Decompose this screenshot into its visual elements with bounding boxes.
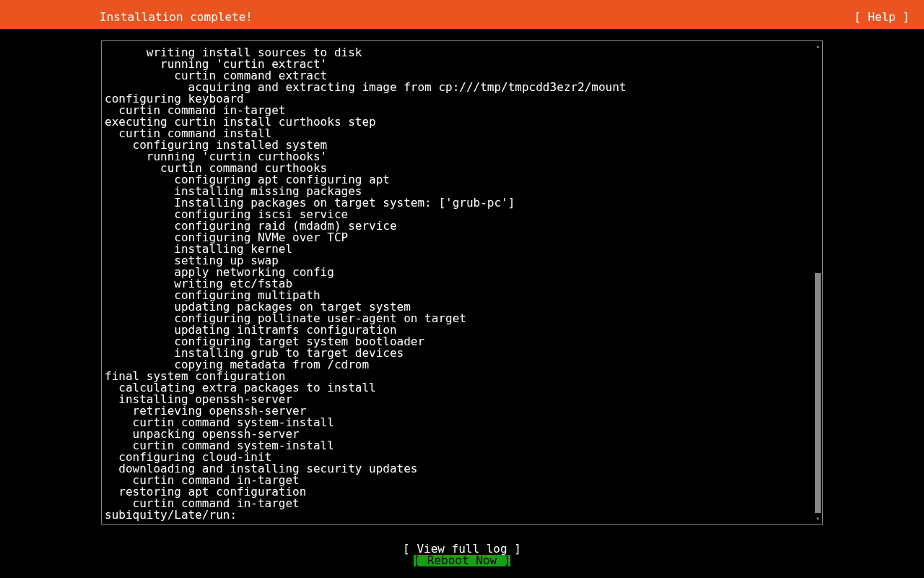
scroll-up-arrow-icon[interactable]: ▴ — [815, 43, 821, 50]
scroll-down-arrow-icon[interactable]: ▾ — [815, 515, 821, 522]
reboot-now-button[interactable]: [ Reboot Now ] — [414, 555, 511, 566]
scroll-thumb[interactable] — [815, 273, 821, 513]
footer-buttons: [ View full log ] [ Reboot Now ] — [0, 543, 924, 566]
log-line: subiquity/Late/run: — [105, 509, 814, 521]
log-scrollbar[interactable]: ▴ ▾ — [815, 43, 821, 522]
window-top-strip — [0, 0, 924, 6]
install-log-panel: writing install sources to disk running … — [101, 40, 823, 525]
page-title: Installation complete! — [100, 6, 253, 29]
install-log-content: writing install sources to disk running … — [105, 41, 814, 524]
help-button[interactable]: [ Help ] — [854, 6, 910, 29]
header-bar: Installation complete! [ Help ] — [0, 6, 924, 29]
